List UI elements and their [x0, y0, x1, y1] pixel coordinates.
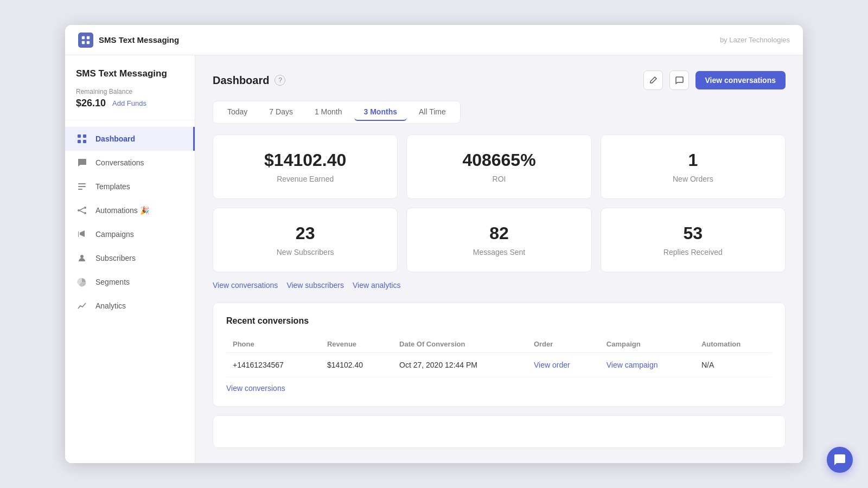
svg-rect-4: [78, 134, 81, 138]
sidebar-item-label: Automations 🎉: [95, 206, 149, 215]
subscribers-icon: [76, 252, 88, 264]
stat-card-orders: 1 New Orders: [601, 134, 786, 199]
sidebar-item-label: Analytics: [95, 301, 126, 310]
cell-automation: N/A: [695, 353, 772, 377]
svg-rect-8: [78, 183, 86, 184]
svg-line-14: [80, 208, 84, 210]
analytics-icon: [76, 300, 88, 312]
sidebar-item-label: Segments: [95, 278, 130, 286]
bottom-section: [213, 415, 786, 448]
stat-label-orders: New Orders: [614, 175, 772, 183]
sidebar-item-campaigns[interactable]: Campaigns: [65, 222, 195, 246]
main-layout: SMS Text Messaging Remaining Balance $26…: [65, 55, 803, 463]
edit-icon-button[interactable]: [643, 70, 663, 90]
dashboard-icon: [76, 133, 88, 145]
table-body: +14161234567 $14102.40 Oct 27, 2020 12:4…: [226, 353, 772, 377]
sidebar-item-label: Campaigns: [95, 230, 134, 239]
stat-value-replies: 53: [614, 223, 772, 243]
dashboard-header: Dashboard ? View conversations: [213, 70, 786, 90]
templates-icon: [76, 181, 88, 192]
col-order: Order: [527, 336, 600, 353]
add-funds-link[interactable]: Add Funds: [112, 99, 146, 107]
col-date: Date Of Conversion: [393, 336, 527, 353]
recent-conversions-section: Recent conversions Phone Revenue Date Of…: [213, 303, 786, 407]
svg-point-11: [78, 209, 80, 211]
svg-rect-5: [83, 134, 86, 138]
tab-1month[interactable]: 1 Month: [305, 104, 352, 121]
cell-campaign: View campaign: [600, 353, 695, 377]
sidebar-item-label: Dashboard: [95, 134, 135, 143]
svg-rect-7: [83, 140, 86, 143]
col-campaign: Campaign: [600, 336, 695, 353]
table-row: +14161234567 $14102.40 Oct 27, 2020 12:4…: [226, 353, 772, 377]
automations-icon: [76, 204, 88, 216]
svg-rect-3: [87, 41, 90, 43]
sidebar-item-label: Conversations: [95, 158, 144, 167]
app-logo: [78, 33, 93, 48]
stat-value-revenue: $14102.40: [226, 150, 384, 170]
sidebar-item-segments[interactable]: Segments: [65, 270, 195, 294]
sidebar-nav: Dashboard Conversations Templates: [65, 120, 195, 324]
sidebar-title: SMS Text Messaging: [76, 68, 184, 79]
balance-label: Remaining Balance: [76, 88, 184, 95]
top-bar-brand-right: by Lazer Technologies: [720, 36, 790, 44]
main-content: Dashboard ? View conversations: [195, 55, 803, 463]
svg-rect-6: [78, 140, 81, 143]
stat-card-messages: 82 Messages Sent: [406, 208, 591, 272]
view-order-link[interactable]: View order: [534, 361, 570, 369]
time-tabs: Today 7 Days 1 Month 3 Months All Time: [213, 101, 461, 124]
sidebar: SMS Text Messaging Remaining Balance $26…: [65, 55, 195, 463]
cell-revenue: $14102.40: [321, 353, 393, 377]
stat-value-messages: 82: [420, 223, 578, 243]
stat-value-orders: 1: [614, 150, 772, 170]
balance-row: $26.10 Add Funds: [76, 98, 184, 109]
view-conversations-button[interactable]: View conversations: [695, 71, 786, 89]
stats-links: View conversations View subscribers View…: [213, 281, 786, 290]
sidebar-item-dashboard[interactable]: Dashboard: [65, 127, 195, 151]
svg-line-15: [80, 211, 84, 213]
stat-label-revenue: Revenue Earned: [226, 175, 384, 183]
view-conversations-link[interactable]: View conversations: [213, 281, 278, 290]
balance-amount: $26.10: [76, 98, 106, 109]
stat-label-roi: ROI: [420, 175, 578, 183]
sidebar-item-subscribers[interactable]: Subscribers: [65, 246, 195, 270]
stat-card-roi: 408665% ROI: [406, 134, 591, 199]
top-bar-title: SMS Text Messaging: [99, 35, 179, 44]
sidebar-item-automations[interactable]: Automations 🎉: [65, 198, 195, 222]
stat-card-revenue: $14102.40 Revenue Earned: [213, 134, 398, 199]
col-phone: Phone: [226, 336, 321, 353]
tab-3months[interactable]: 3 Months: [354, 104, 407, 121]
stat-label-messages: Messages Sent: [420, 248, 578, 256]
chat-bubble-button[interactable]: [827, 447, 853, 473]
col-automation: Automation: [695, 336, 772, 353]
top-bar: SMS Text Messaging by Lazer Technologies: [65, 25, 803, 55]
dashboard-actions: View conversations: [643, 70, 786, 90]
tab-alltime[interactable]: All Time: [409, 104, 456, 121]
chat-icon-button[interactable]: [669, 70, 689, 90]
svg-rect-1: [87, 36, 90, 38]
sidebar-item-analytics[interactable]: Analytics: [65, 294, 195, 318]
view-campaign-link[interactable]: View campaign: [607, 361, 658, 369]
tab-today[interactable]: Today: [218, 104, 257, 121]
svg-rect-2: [82, 41, 85, 43]
conversations-icon: [76, 157, 88, 169]
view-conversions-link[interactable]: View conversions: [226, 384, 285, 393]
table-header-row: Phone Revenue Date Of Conversion Order C…: [226, 336, 772, 353]
page-title: Dashboard: [213, 74, 269, 87]
sidebar-item-label: Templates: [95, 182, 130, 191]
sidebar-item-conversations[interactable]: Conversations: [65, 151, 195, 175]
tab-7days[interactable]: 7 Days: [259, 104, 303, 121]
stats-grid: $14102.40 Revenue Earned 408665% ROI 1 N…: [213, 134, 786, 272]
top-bar-brand: SMS Text Messaging: [78, 33, 179, 48]
svg-rect-9: [78, 186, 86, 187]
svg-point-13: [84, 212, 86, 214]
help-icon[interactable]: ?: [275, 75, 285, 86]
col-revenue: Revenue: [321, 336, 393, 353]
stat-label-replies: Replies Received: [614, 248, 772, 256]
conversions-table: Phone Revenue Date Of Conversion Order C…: [226, 336, 772, 377]
svg-point-16: [80, 255, 84, 258]
view-analytics-link[interactable]: View analytics: [353, 281, 400, 290]
sidebar-item-templates[interactable]: Templates: [65, 175, 195, 198]
view-subscribers-link[interactable]: View subscribers: [286, 281, 344, 290]
stat-label-subscribers: New Subscribers: [226, 248, 384, 256]
